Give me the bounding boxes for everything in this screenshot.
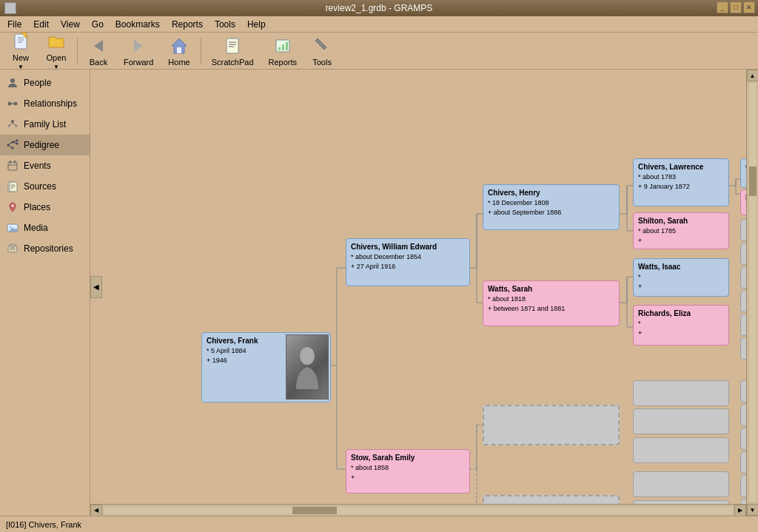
person-name: Chivers, Henry xyxy=(488,188,614,198)
stow-ggp-6[interactable] xyxy=(740,499,746,504)
tools-label: Tools xyxy=(312,58,332,67)
pedigree-canvas[interactable]: ◀ xyxy=(90,70,746,504)
scroll-down-button[interactable]: ▼ xyxy=(747,504,759,516)
canvas-with-vscroll: ◀ xyxy=(90,70,746,516)
back-button[interactable]: Back xyxy=(82,33,115,69)
scroll-right-button[interactable]: ▶ xyxy=(734,505,746,516)
person-watts-isaac[interactable]: Watts, Isaac * + xyxy=(633,258,729,297)
sidebar-item-media[interactable]: Media xyxy=(0,218,90,238)
menu-help[interactable]: Help xyxy=(243,18,270,31)
close-button[interactable]: ✕ xyxy=(743,1,755,13)
home-icon xyxy=(169,36,190,56)
person-richards-eliza[interactable]: Richards, Eliza * + xyxy=(633,305,729,346)
empty-box-5[interactable] xyxy=(740,314,746,336)
sidebar-item-sources[interactable]: Sources xyxy=(0,176,90,197)
stow-ggp-1[interactable] xyxy=(740,380,746,403)
sidebar-item-relationships[interactable]: Relationships xyxy=(0,93,90,114)
window-title: review2_1.grdb - GRAMPS xyxy=(326,3,433,13)
sidebar-label-sources: Sources xyxy=(24,181,56,192)
person-birth: * about December 1854 xyxy=(351,252,465,262)
home-label: Home xyxy=(168,58,190,67)
sidebar-item-repositories[interactable]: Repositories xyxy=(0,238,90,259)
horizontal-scrollbar[interactable]: ◀ ▶ xyxy=(90,504,746,516)
stow-ggp-2[interactable] xyxy=(740,404,746,426)
person-name: Chivers, William Edward xyxy=(351,242,465,252)
new-button[interactable]: New ▼ xyxy=(4,29,37,73)
empty-box-3[interactable] xyxy=(740,266,746,289)
person-gabriel[interactable]: Chivers, Gabriel xyxy=(740,158,746,188)
sidebar-label-repositories: Repositories xyxy=(24,243,73,254)
scratchpad-button[interactable]: ScratchPad xyxy=(206,33,260,69)
person-shilton-sarah[interactable]: Shilton, Sarah * about 1785 + xyxy=(633,212,729,249)
stow-parent-1[interactable] xyxy=(483,405,620,445)
person-henry[interactable]: Chivers, Henry * 18 December 1808 + abou… xyxy=(483,184,620,230)
person-frank[interactable]: Chivers, Frank * 5 April 1884 + 1946 xyxy=(201,332,331,403)
person-name: Watts, Isaac xyxy=(638,262,724,272)
svg-rect-36 xyxy=(8,162,17,170)
forward-button[interactable]: Forward xyxy=(118,33,159,69)
person-william[interactable]: Chivers, William Edward * about December… xyxy=(346,238,470,286)
person-death: + between 1871 and 1881 xyxy=(488,304,614,314)
person-name: Shilton, Sarah xyxy=(638,216,724,226)
maximize-button[interactable]: □ xyxy=(730,1,742,13)
toolbar-separator-1 xyxy=(77,38,78,64)
stow-gp-5[interactable] xyxy=(633,500,729,504)
hscroll-track[interactable] xyxy=(104,507,733,514)
person-eyles-mary[interactable]: Eyles, Mary xyxy=(740,189,746,215)
open-button[interactable]: Open ▼ xyxy=(40,29,73,73)
hscroll-thumb[interactable] xyxy=(292,507,337,514)
menu-bookmarks[interactable]: Bookmarks xyxy=(111,18,164,31)
tools-button[interactable]: Tools xyxy=(306,33,338,69)
person-death: + xyxy=(638,282,724,292)
person-birth: * 18 December 1808 xyxy=(488,198,614,208)
stow-parent-2[interactable] xyxy=(483,495,620,504)
back-label: Back xyxy=(90,58,107,67)
sidebar-item-events[interactable]: Events xyxy=(0,155,90,176)
vertical-scrollbar[interactable]: ▲ ▼ xyxy=(746,70,758,516)
stow-ggp-4[interactable] xyxy=(740,451,746,474)
tools-icon xyxy=(312,36,332,56)
scroll-left-button[interactable]: ◀ xyxy=(90,505,102,516)
empty-box-2[interactable] xyxy=(740,243,746,265)
svg-point-18 xyxy=(10,78,15,83)
vscroll-track[interactable] xyxy=(749,83,757,502)
empty-box-1[interactable] xyxy=(740,219,746,241)
menu-reports[interactable]: Reports xyxy=(167,18,207,31)
stow-gp-2[interactable] xyxy=(633,408,729,434)
person-lawrence[interactable]: Chivers, Lawrence * about 1783 + 9 Janua… xyxy=(633,158,729,206)
stow-gp-1[interactable] xyxy=(633,380,729,406)
sidebar-item-places[interactable]: Places xyxy=(0,197,90,218)
stow-gp-3[interactable] xyxy=(633,437,729,463)
person-birth: * xyxy=(638,272,724,282)
person-death: + 9 January 1872 xyxy=(638,182,724,192)
sidebar-item-pedigree[interactable]: Pedigree xyxy=(0,135,90,155)
person-sarah-stow[interactable]: Stow, Sarah Emily * about 1858 + xyxy=(346,449,470,494)
empty-box-6[interactable] xyxy=(740,337,746,360)
reports-label: Reports xyxy=(269,58,298,67)
sidebar-item-family-list[interactable]: Family List xyxy=(0,114,90,135)
vscroll-thumb[interactable] xyxy=(749,166,757,196)
stow-ggp-5[interactable] xyxy=(740,475,746,497)
reports-button[interactable]: Reports xyxy=(263,33,303,69)
status-text: [I016] Chivers, Frank xyxy=(6,520,81,529)
empty-box-4[interactable] xyxy=(740,290,746,312)
collapse-sidebar-button[interactable]: ◀ xyxy=(90,276,102,298)
window-controls[interactable]: _ □ ✕ xyxy=(717,1,755,13)
stow-ggp-3[interactable] xyxy=(740,428,746,450)
home-button[interactable]: Home xyxy=(162,33,195,69)
minimize-button[interactable]: _ xyxy=(717,1,728,13)
svg-line-32 xyxy=(8,142,13,145)
statusbar: [I016] Chivers, Frank xyxy=(0,516,758,532)
sidebar-label-people: People xyxy=(24,78,51,88)
reports-icon xyxy=(272,36,293,56)
menu-tools[interactable]: Tools xyxy=(210,18,240,31)
repositories-icon xyxy=(6,242,19,255)
sources-icon xyxy=(6,180,19,193)
stow-gp-4[interactable] xyxy=(633,471,729,497)
menu-go[interactable]: Go xyxy=(87,18,108,31)
sidebar-item-people[interactable]: People xyxy=(0,73,90,93)
scroll-up-button[interactable]: ▲ xyxy=(747,70,759,81)
relationships-icon xyxy=(6,97,19,110)
person-watts-sarah[interactable]: Watts, Sarah * about 1818 + between 1871… xyxy=(483,280,620,326)
menubar: File Edit View Go Bookmarks Reports Tool… xyxy=(0,16,758,33)
